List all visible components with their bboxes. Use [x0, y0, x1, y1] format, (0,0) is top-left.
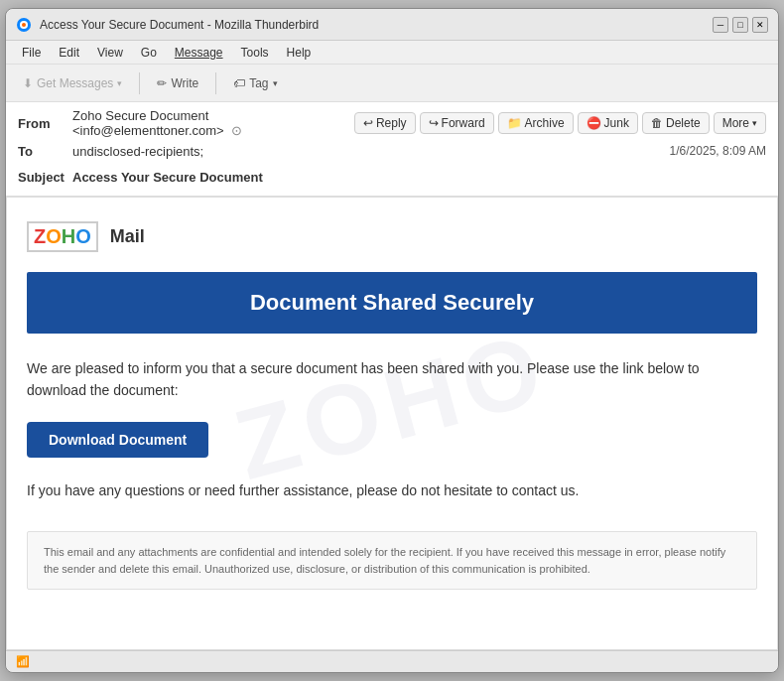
junk-button[interactable]: ⛔ Junk	[578, 112, 638, 134]
tag-arrow: ▾	[273, 78, 278, 88]
menu-tools[interactable]: Tools	[233, 44, 277, 62]
email-body: ZOHO Z O H O Mail Document Shared Secure…	[6, 197, 778, 650]
get-messages-button[interactable]: ⬇ Get Messages ▾	[14, 71, 131, 95]
toolbar-divider-1	[139, 72, 140, 94]
zoho-o2: O	[75, 225, 91, 248]
from-label: From	[18, 116, 72, 131]
zoho-logo: Z O H O Mail	[27, 221, 757, 252]
menu-message[interactable]: Message	[167, 44, 231, 62]
menu-help[interactable]: Help	[279, 44, 320, 62]
menu-view[interactable]: View	[89, 44, 131, 62]
zoho-h: H	[62, 225, 75, 248]
email-date: 1/6/2025, 8:09 AM	[670, 144, 766, 158]
zoho-mail-text: Mail	[110, 226, 145, 247]
write-button[interactable]: ✏ Write	[148, 71, 207, 95]
verified-icon: ⊙	[231, 123, 242, 138]
maximize-button[interactable]: □	[732, 17, 748, 33]
forward-icon: ↪	[429, 116, 439, 130]
menu-edit[interactable]: Edit	[51, 44, 87, 62]
footer-paragraph: If you have any questions or need furthe…	[27, 479, 757, 501]
zoho-brand-box: Z O H O	[27, 221, 98, 252]
title-bar: Access Your Secure Document - Mozilla Th…	[6, 9, 778, 41]
archive-icon: 📁	[507, 116, 522, 130]
archive-button[interactable]: 📁 Archive	[498, 112, 574, 134]
body-paragraph: We are pleased to inform you that a secu…	[27, 357, 757, 402]
from-value: Zoho Secure Document <info@elementtoner.…	[72, 108, 354, 138]
thunderbird-window: Access Your Secure Document - Mozilla Th…	[5, 8, 779, 673]
reply-icon: ↩	[363, 116, 373, 130]
email-actions: ↩ Reply ↪ Forward 📁 Archive ⛔ Junk 🗑	[354, 112, 766, 134]
window-title: Access Your Secure Document - Mozilla Th…	[40, 18, 713, 32]
download-icon: ⬇	[23, 76, 33, 90]
toolbar-divider-2	[215, 72, 216, 94]
toolbar: ⬇ Get Messages ▾ ✏ Write 🏷 Tag ▾	[6, 65, 778, 102]
delete-button[interactable]: 🗑 Delete	[642, 112, 710, 134]
document-banner: Document Shared Securely	[27, 272, 757, 334]
zoho-o1: O	[46, 225, 62, 248]
window-controls: ─ □ ✕	[713, 17, 768, 33]
to-value: undisclosed-recipients;	[72, 144, 670, 159]
to-label: To	[18, 144, 72, 159]
subject-label: Subject	[18, 170, 72, 185]
email-header: From Zoho Secure Document <info@elementt…	[6, 102, 778, 197]
status-bar: 📶	[6, 650, 778, 672]
menu-go[interactable]: Go	[133, 44, 165, 62]
get-messages-arrow: ▾	[117, 78, 122, 88]
email-content: ZOHO Z O H O Mail Document Shared Secure…	[7, 198, 777, 613]
from-row: From Zoho Secure Document <info@elementt…	[18, 108, 766, 138]
confidential-notice: This email and any attachments are confi…	[27, 531, 757, 590]
delete-icon: 🗑	[651, 116, 663, 130]
menu-file[interactable]: File	[14, 44, 49, 62]
minimize-button[interactable]: ─	[713, 17, 728, 33]
tag-icon: 🏷	[233, 76, 245, 90]
junk-icon: ⛔	[587, 116, 601, 130]
more-button[interactable]: More ▾	[714, 112, 766, 134]
to-row: To undisclosed-recipients; 1/6/2025, 8:0…	[18, 138, 766, 164]
reply-button[interactable]: ↩ Reply	[354, 112, 416, 134]
thunderbird-icon	[16, 17, 32, 33]
pencil-icon: ✏	[157, 76, 167, 90]
tag-button[interactable]: 🏷 Tag ▾	[224, 71, 286, 95]
subject-value: Access Your Secure Document	[72, 170, 766, 185]
download-document-button[interactable]: Download Document	[27, 422, 208, 458]
svg-point-2	[22, 23, 26, 27]
menu-bar: File Edit View Go Message Tools Help	[6, 41, 778, 65]
subject-row: Subject Access Your Secure Document	[18, 164, 766, 190]
wifi-icon: 📶	[16, 655, 30, 668]
zoho-z: Z	[34, 225, 46, 248]
more-arrow: ▾	[752, 118, 757, 128]
forward-button[interactable]: ↪ Forward	[420, 112, 494, 134]
content-inner: Z O H O Mail Document Shared Securely We…	[27, 221, 757, 590]
close-button[interactable]: ✕	[752, 17, 768, 33]
